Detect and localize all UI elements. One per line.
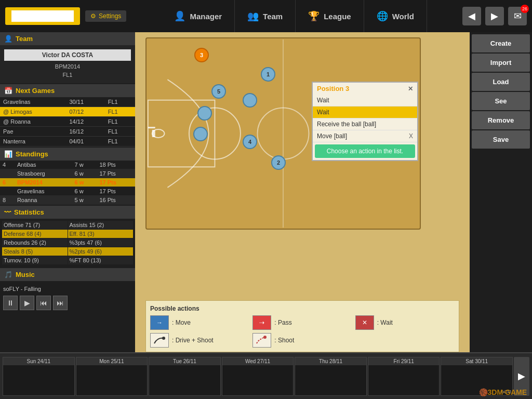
- position-action-item[interactable]: Wait: [313, 95, 417, 107]
- player-team3[interactable]: [193, 127, 208, 141]
- wait-icon: ✕: [355, 315, 374, 330]
- position-title-text: Position 3: [317, 85, 349, 92]
- person-icon: 👤: [4, 35, 12, 43]
- calendar-day[interactable]: Wed 27/11: [222, 357, 294, 396]
- standings-row[interactable]: 6BPM20146 w17 Pts: [0, 178, 135, 187]
- cal-day-content: [3, 365, 74, 395]
- import-button[interactable]: Import: [472, 54, 530, 72]
- standings-row[interactable]: 4Antibas7 w18 Pts: [0, 161, 135, 169]
- gear-icon: ⚙: [90, 12, 96, 20]
- create-button[interactable]: Create: [472, 34, 530, 52]
- player-5[interactable]: 5: [211, 84, 226, 99]
- music-label: Music: [16, 271, 35, 278]
- stat-left: Rebounds 26 (2): [2, 238, 68, 247]
- league-label: League: [324, 12, 351, 21]
- possible-actions-title: Possible actions: [150, 305, 455, 312]
- back-button[interactable]: ◀: [462, 7, 481, 25]
- next-game-row[interactable]: @ Roanna14/12FL1: [0, 117, 135, 127]
- manager-icon: 👤: [174, 10, 185, 22]
- cal-day-content: [149, 365, 220, 395]
- main-content: 3 5 1 4 2 Position 3 ✕ WaitWaitReceive t…: [135, 32, 470, 352]
- next-game-row[interactable]: @ Limogas07/12FL1: [0, 107, 135, 117]
- calendar-day[interactable]: Fri 29/11: [368, 357, 440, 396]
- player-4[interactable]: 4: [243, 135, 257, 149]
- save-button[interactable]: Save: [472, 130, 530, 149]
- move-icon: →: [150, 315, 169, 330]
- team-header: 👤 Team: [0, 32, 135, 45]
- calendar-icon: 📅: [4, 87, 12, 95]
- music-next-button[interactable]: ⏭: [53, 296, 68, 310]
- calendar-day[interactable]: Thu 28/11: [295, 357, 367, 396]
- load-button[interactable]: Load: [472, 73, 530, 91]
- next-game-row[interactable]: Pae16/12FL1: [0, 127, 135, 137]
- calendar-day[interactable]: Sun 24/11: [3, 357, 75, 396]
- cal-day-content: [76, 365, 148, 395]
- standings-row[interactable]: Gravelinas6 w17 Pts: [0, 187, 135, 196]
- position-action-item[interactable]: Receive the ball [ball]: [313, 118, 417, 130]
- right-sidebar: Create Import Load See Remove Save: [470, 32, 532, 352]
- mail-button[interactable]: ✉ 26: [508, 7, 527, 25]
- player-1[interactable]: 1: [261, 67, 275, 82]
- search-input[interactable]: [11, 10, 74, 22]
- position-dialog-close[interactable]: ✕: [408, 85, 413, 92]
- cal-day-header: Sat 30/11: [441, 357, 512, 365]
- shoot-icon: [252, 333, 271, 348]
- cal-day-header: Fri 29/11: [368, 357, 440, 365]
- remove-button[interactable]: Remove: [472, 111, 530, 129]
- drive-shoot-label: : Drive + Shoot: [172, 337, 214, 344]
- music-pause-button[interactable]: ⏸: [3, 296, 18, 310]
- stat-right: %FT 80 (13): [68, 256, 134, 264]
- statistics-label: Statistics: [14, 208, 44, 216]
- player-team2[interactable]: [243, 93, 257, 108]
- pass-icon: ⇢: [252, 315, 271, 330]
- position-action-item[interactable]: Wait: [313, 107, 417, 118]
- cal-day-content: [222, 365, 294, 395]
- stats-icon: 〰: [4, 208, 11, 216]
- player-3[interactable]: 3: [194, 48, 209, 62]
- player-2[interactable]: 2: [271, 155, 286, 170]
- cal-day-content: [295, 365, 366, 395]
- shoot-label: : Shoot: [274, 337, 294, 344]
- see-button[interactable]: See: [472, 92, 530, 110]
- music-content: soFLY - Falling ⏸ ▶ ⏮ ⏭: [0, 281, 135, 313]
- remove-action[interactable]: X: [409, 132, 413, 140]
- team-section-label: Team: [16, 35, 33, 43]
- left-sidebar: 👤 Team Victor DA COSTA BPM2014 FL1 📅 Nex…: [0, 32, 135, 352]
- tab-league[interactable]: 🏆 League: [296, 0, 364, 32]
- music-prev-button[interactable]: ⏮: [36, 296, 51, 310]
- standings-header: 📊 Standings: [0, 148, 135, 161]
- svg-point-9: [263, 336, 267, 339]
- calendar-day[interactable]: Tue 26/11: [149, 357, 221, 396]
- action-drive-shoot: : Drive + Shoot: [150, 333, 249, 348]
- tab-team[interactable]: 👥 Team: [235, 0, 296, 32]
- tab-manager[interactable]: 👤 Manager: [162, 0, 235, 32]
- standings-row[interactable]: Strasboerg6 w17 Pts: [0, 169, 135, 178]
- team-section: 👤 Team Victor DA COSTA BPM2014 FL1: [0, 32, 135, 83]
- pass-label: : Pass: [274, 319, 291, 326]
- team-info: Victor DA COSTA BPM2014 FL1: [0, 45, 135, 83]
- forward-button[interactable]: ▶: [485, 7, 504, 25]
- player-team1[interactable]: [197, 106, 212, 121]
- main-layout: 👤 Team Victor DA COSTA BPM2014 FL1 📅 Nex…: [0, 32, 532, 352]
- stat-left: Steals 8 (5): [2, 247, 68, 256]
- position-dialog: Position 3 ✕ WaitWaitReceive the ball [b…: [312, 82, 418, 161]
- standings-table: 4Antibas7 w18 PtsStrasboerg6 w17 Pts6BPM…: [0, 161, 135, 205]
- calendar-day[interactable]: Mon 25/11: [76, 357, 148, 396]
- bottom-calendar: Sun 24/11Mon 25/11Tue 26/11Wed 27/11Thu …: [0, 352, 532, 399]
- next-game-row[interactable]: Gravelinas30/11FL1: [0, 97, 135, 107]
- manager-label: Manager: [190, 12, 222, 21]
- standings-row[interactable]: 8Roanna5 w16 Pts: [0, 196, 135, 205]
- possible-actions: Possible actions → : Move ⇢ : Pass ✕ : W…: [145, 300, 459, 352]
- music-controls: ⏸ ▶ ⏮ ⏭: [3, 296, 132, 310]
- next-game-row[interactable]: Nanterra04/01FL1: [0, 137, 135, 147]
- action-pass: ⇢ : Pass: [252, 315, 352, 330]
- music-play-button[interactable]: ▶: [20, 296, 34, 310]
- tab-world[interactable]: 🌐 World: [364, 0, 427, 32]
- mail-badge: 26: [521, 5, 529, 13]
- logo-area: [5, 7, 80, 25]
- statistics-header: 〰 Statistics: [0, 206, 135, 219]
- position-action-item[interactable]: Move [ball]X: [313, 130, 417, 142]
- position-status: Choose an action in the list.: [315, 144, 415, 158]
- settings-button[interactable]: ⚙ Settings: [85, 10, 126, 22]
- standings-label: Standings: [16, 150, 48, 158]
